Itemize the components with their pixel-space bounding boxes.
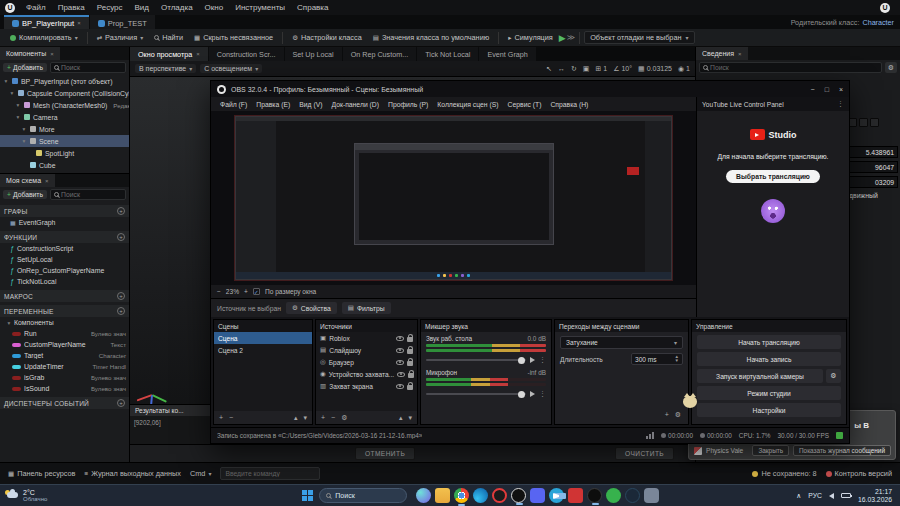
menu-asset[interactable]: Ресурс xyxy=(91,3,129,12)
transitions-dock-title[interactable]: Переходы между сценами xyxy=(555,320,688,332)
add-function-icon[interactable]: + xyxy=(117,233,125,241)
volume-slider[interactable] xyxy=(426,359,526,361)
tab-components[interactable]: Компоненты × xyxy=(0,47,60,60)
edge-icon[interactable] xyxy=(473,488,488,503)
tree-row[interactable]: ▾ Capsule Component (CollisionCylinde xyxy=(0,87,129,99)
camera-speed-control[interactable]: ◉ 1 xyxy=(678,65,690,73)
add-blueprint-item-button[interactable]: + Добавить xyxy=(3,190,47,199)
kebab-menu-icon[interactable]: ⋮ xyxy=(539,356,546,364)
obs-menu-file[interactable]: Файл (F) xyxy=(216,101,251,108)
start-recording-button[interactable]: Начать запись xyxy=(697,352,841,366)
select-tool-icon[interactable]: ↖ xyxy=(546,65,552,73)
close-toast-button[interactable]: Закрыть xyxy=(752,445,789,456)
scene-item[interactable]: Сцена 2 xyxy=(214,344,312,356)
obs-menu-scene-collection[interactable]: Коллекция сцен (S) xyxy=(433,101,502,108)
skip-frame-icon[interactable]: ≫ xyxy=(567,33,575,42)
add-macro-icon[interactable]: + xyxy=(117,292,125,300)
copilot-icon[interactable] xyxy=(416,488,431,503)
slider-knob[interactable] xyxy=(518,391,525,398)
cancel-button[interactable]: ОТМЕНИТЬ xyxy=(355,447,415,460)
function-item[interactable]: ƒ OnRep_CustomPlayerName xyxy=(0,265,129,276)
obs-menu-docks[interactable]: Док-панели (D) xyxy=(327,101,383,108)
variable-row[interactable]: Run Булево знач xyxy=(0,328,129,339)
transition-properties-icon[interactable]: ⚙ xyxy=(675,411,681,419)
volume-icon[interactable] xyxy=(829,493,834,499)
source-item[interactable]: ◉ Устройство захвата... xyxy=(316,368,417,380)
tab-details[interactable]: Сведения × xyxy=(696,47,748,60)
close-icon[interactable]: × xyxy=(45,178,49,184)
asset-tab-prop-test[interactable]: Prop_TEST xyxy=(90,15,155,29)
variable-row[interactable]: IsSound Булево знач xyxy=(0,383,129,394)
tab-construction-script[interactable]: Construction Scr... xyxy=(209,47,284,61)
unreal-engine-icon[interactable] xyxy=(587,488,602,503)
variable-row[interactable]: isGrab Булево знач xyxy=(0,372,129,383)
red-app-icon[interactable] xyxy=(568,488,583,503)
telegram-icon[interactable] xyxy=(549,488,564,503)
tab-event-graph[interactable]: Event Graph xyxy=(479,47,535,61)
content-drawer-button[interactable]: ▦ Панель ресурсов xyxy=(8,469,75,478)
close-icon[interactable]: × xyxy=(839,86,843,93)
lock-icon[interactable] xyxy=(407,385,413,390)
virtual-camera-settings-button[interactable]: ⚙ xyxy=(826,369,841,383)
close-icon[interactable]: × xyxy=(196,51,200,57)
gray-app-icon[interactable] xyxy=(644,488,659,503)
tree-row[interactable]: ▾ BP_PlayerInput (этот объект) xyxy=(0,75,129,87)
obs-menu-edit[interactable]: Правка (E) xyxy=(252,101,294,108)
menu-edit[interactable]: Правка xyxy=(52,3,91,12)
spinner-arrows-icon[interactable]: ▲▼ xyxy=(675,355,679,363)
start-button[interactable] xyxy=(302,490,314,502)
mobility-label[interactable]: движный xyxy=(849,192,878,199)
add-variable-icon[interactable]: + xyxy=(117,307,125,315)
tab-compiler-results[interactable]: Результаты ко... xyxy=(130,405,210,416)
scale-tool-icon[interactable]: ▣ xyxy=(583,65,590,73)
menu-debug[interactable]: Отладка xyxy=(155,3,199,12)
rotate-tool-icon[interactable]: ↻ xyxy=(571,65,577,73)
add-component-button[interactable]: + Добавить xyxy=(3,63,47,72)
discord-icon[interactable] xyxy=(530,488,545,503)
variable-row[interactable]: CustomPlayerName Текст xyxy=(0,339,129,350)
grid-snap-control[interactable]: ⊞ 1 xyxy=(595,65,607,73)
details-option-button[interactable] xyxy=(870,118,879,127)
source-item[interactable]: ▥ Захват экрана xyxy=(316,380,417,392)
chrome-icon[interactable] xyxy=(454,488,469,503)
microphone-icon[interactable] xyxy=(530,391,535,397)
tree-row[interactable]: SpotLight xyxy=(0,147,129,159)
play-button[interactable]: ▶ xyxy=(559,33,566,43)
variable-row[interactable]: Target Character xyxy=(0,350,129,361)
asset-tab-bp-playerinput[interactable]: BP_PlayerInput × xyxy=(4,15,89,29)
steam-icon[interactable] xyxy=(625,488,640,503)
slider-knob[interactable] xyxy=(518,357,525,364)
graph-item-eventgraph[interactable]: ▦ EventGraph xyxy=(0,217,129,228)
minimize-icon[interactable]: − xyxy=(811,86,815,93)
close-icon[interactable]: × xyxy=(738,51,742,57)
section-functions[interactable]: ФУНКЦИИ + xyxy=(0,231,129,243)
visibility-icon[interactable] xyxy=(396,348,404,353)
my-blueprint-search-input[interactable] xyxy=(61,191,122,198)
obs-menu-tools[interactable]: Сервис (T) xyxy=(504,101,546,108)
start-virtual-camera-button[interactable]: Запуск виртуальной камеры xyxy=(697,369,823,383)
cmd-dropdown[interactable]: Cmd ▾ xyxy=(190,469,211,478)
tree-row[interactable]: Cube xyxy=(0,159,129,171)
diff-button[interactable]: ⇄ Различия ▾ xyxy=(92,31,149,44)
console-command-input[interactable] xyxy=(225,470,315,477)
source-item[interactable]: ▣ Roblox xyxy=(316,332,417,344)
scene-item-selected[interactable]: Сцена xyxy=(214,332,312,344)
source-item[interactable]: ▤ Слайдшоу xyxy=(316,344,417,356)
simulate-button[interactable]: ▸ Симуляция xyxy=(503,31,558,44)
select-broadcast-button[interactable]: Выбрать трансляцию xyxy=(726,170,820,183)
remove-source-icon[interactable]: − xyxy=(331,414,335,421)
tab-my-blueprint[interactable]: Моя схема × xyxy=(0,174,55,187)
kebab-menu-icon[interactable]: ⋮ xyxy=(539,390,546,398)
details-settings-button[interactable]: ⚙ xyxy=(885,62,897,73)
tab-tick-not-local[interactable]: Tick Not Local xyxy=(417,47,478,61)
duration-spinner[interactable]: 300 ms ▲▼ xyxy=(631,353,683,365)
details-search-input[interactable] xyxy=(710,64,878,71)
find-button[interactable]: Найти xyxy=(149,31,188,44)
lock-icon[interactable] xyxy=(407,361,413,366)
lock-icon[interactable] xyxy=(408,373,414,378)
section-variables[interactable]: ПЕРЕМЕННЫЕ + xyxy=(0,305,129,317)
youtube-panel-title-bar[interactable]: YouTube Live Control Panel ⋮ xyxy=(697,97,849,111)
start-streaming-button[interactable]: Начать трансляцию xyxy=(697,335,841,349)
menu-file[interactable]: Файл xyxy=(20,3,52,12)
studio-mode-button[interactable]: Режим студии xyxy=(697,386,841,400)
